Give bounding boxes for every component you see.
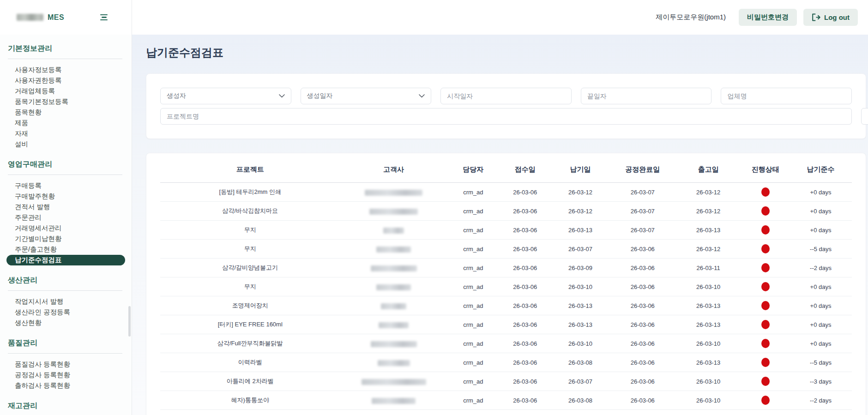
table-row[interactable]: 무지 crm_ad 26-03-06 26-03-10 26-03-06 26-… bbox=[160, 277, 852, 296]
progress-status-select[interactable]: 진행현황 선택 bbox=[861, 108, 868, 125]
cell-ship-date: 26-03-13 bbox=[675, 296, 741, 315]
app-logo[interactable]: MES bbox=[17, 13, 64, 22]
table-row[interactable]: 무지 crm_ad 26-03-06 26-03-07 26-03-06 26-… bbox=[160, 240, 852, 259]
start-date-input[interactable] bbox=[440, 88, 572, 104]
hamburger-menu-icon[interactable] bbox=[98, 12, 109, 23]
page-title: 납기준수점검표 bbox=[146, 45, 866, 60]
cell-due-date: 26-03-09 bbox=[551, 259, 609, 277]
table-row[interactable]: 조명제어장치 crm_ad 26-03-06 26-03-13 26-03-06… bbox=[160, 296, 852, 315]
sidebar-item[interactable]: 기간별미납현황 bbox=[0, 234, 132, 244]
sidebar-section-title: 생산관리 bbox=[0, 276, 132, 285]
sidebar-item[interactable]: 구매등록 bbox=[0, 180, 132, 191]
customer-redacted bbox=[379, 322, 409, 328]
sidebar-item[interactable]: 공정검사 등록현황 bbox=[0, 370, 132, 380]
section-divider bbox=[8, 290, 122, 291]
sidebar-item[interactable]: 납기준수점검표 bbox=[6, 255, 125, 265]
cell-process-complete-date: 26-03-06 bbox=[610, 372, 675, 391]
cell-process-complete-date: 26-03-06 bbox=[610, 315, 675, 334]
sidebar-item[interactable]: 설비 bbox=[0, 139, 132, 150]
sidebar-sections: 기본정보관리 사용자정보등록사용자권한등록거래업체등록품목기본정보등록품목현황제… bbox=[0, 44, 132, 415]
cell-due-date: 26-03-08 bbox=[551, 353, 609, 372]
cell-status bbox=[741, 353, 790, 372]
cell-process-complete-date: 26-03-06 bbox=[610, 334, 675, 353]
table-row[interactable]: 삼각/Full깐부직화불닭발 crm_ad 26-03-06 26-03-10 … bbox=[160, 334, 852, 353]
sidebar-item[interactable]: 거래업체등록 bbox=[0, 86, 132, 96]
cell-due-date: 26-03-07 bbox=[551, 240, 609, 259]
sidebar-section-items: 작업지시서 발행생산라인 공정등록생산현황 bbox=[0, 296, 132, 328]
project-name-input[interactable] bbox=[160, 108, 852, 125]
sidebar-item[interactable]: 제품 bbox=[0, 118, 132, 128]
sidebar-section-items: 구매등록구매발주현황견적서 발행주문관리거래명세서관리기간별미납현황주문/출고현… bbox=[0, 180, 132, 265]
cell-manager: crm_ad bbox=[447, 259, 499, 277]
cell-project: 무지 bbox=[160, 240, 340, 259]
cell-due-date: 26-03-08 bbox=[551, 391, 609, 410]
table-row[interactable]: 무지 crm_ad 26-03-06 26-03-13 26-03-07 26-… bbox=[160, 221, 852, 240]
sidebar-item[interactable]: 자재 bbox=[0, 128, 132, 139]
cell-project: 무지 bbox=[160, 221, 340, 240]
creator-select[interactable]: 생성자 bbox=[160, 88, 291, 104]
sidebar-item[interactable]: 견적서 발행 bbox=[0, 202, 132, 212]
table-row[interactable]: 혜자)통통쏘야 crm_ad 26-03-06 26-03-08 26-03-0… bbox=[160, 391, 852, 410]
created-date-select[interactable]: 생성일자 bbox=[301, 88, 432, 104]
status-dot bbox=[761, 377, 770, 386]
table-row[interactable]: 이력라벨 crm_ad 26-03-06 26-03-08 26-03-06 2… bbox=[160, 353, 852, 372]
cell-ship-date: 26-03-13 bbox=[675, 315, 741, 334]
column-header: 출고일 bbox=[675, 165, 741, 183]
table-row[interactable]: 아틀리에 2차라벨 crm_ad 26-03-06 26-03-07 26-03… bbox=[160, 372, 852, 391]
logout-label: Log out bbox=[824, 13, 850, 21]
cell-process-complete-date: 26-03-06 bbox=[610, 259, 675, 277]
cell-ship-date: 26-03-12 bbox=[675, 240, 741, 259]
sidebar-item[interactable]: 품목기본정보등록 bbox=[0, 96, 132, 107]
cell-status bbox=[741, 277, 790, 296]
company-name-input[interactable] bbox=[721, 88, 852, 104]
table-row[interactable]: [터키] EYE FREE 160ml crm_ad 26-03-06 26-0… bbox=[160, 315, 852, 334]
chevron-down-icon bbox=[279, 94, 285, 98]
cell-receipt-date: 26-03-06 bbox=[499, 334, 551, 353]
sidebar-item[interactable]: 구매발주현황 bbox=[0, 191, 132, 202]
cell-project: 아틀리에 2차라벨 bbox=[160, 372, 340, 391]
change-password-button[interactable]: 비밀번호변경 bbox=[739, 9, 797, 26]
cell-due-date: 26-03-10 bbox=[551, 334, 609, 353]
sidebar-item[interactable]: 품목현황 bbox=[0, 107, 132, 118]
sidebar-item[interactable]: 작업지시서 발행 bbox=[0, 296, 132, 307]
cell-ship-date: 26-03-10 bbox=[675, 334, 741, 353]
cell-project: 삼각/바삭김참치마요 bbox=[160, 202, 340, 221]
sidebar-item[interactable]: 생산현황 bbox=[0, 318, 132, 328]
logout-button[interactable]: Log out bbox=[803, 9, 858, 26]
table-row[interactable]: 삼각/갈비양념불고기 crm_ad 26-03-06 26-03-09 26-0… bbox=[160, 259, 852, 277]
sidebar-item[interactable]: 생산라인 공정등록 bbox=[0, 307, 132, 318]
section-divider bbox=[8, 59, 122, 59]
table-row[interactable]: [동방] 테두리2mm 인쇄 crm_ad 26-03-06 26-03-12 … bbox=[160, 183, 852, 202]
cell-status bbox=[741, 391, 790, 410]
sidebar-nav: 기본정보관리 사용자정보등록사용자권한등록거래업체등록품목기본정보등록품목현황제… bbox=[0, 35, 132, 415]
cell-customer bbox=[340, 296, 447, 315]
section-divider bbox=[8, 353, 122, 354]
cell-receipt-date: 26-03-06 bbox=[499, 240, 551, 259]
cell-compliance: --5 days bbox=[790, 240, 852, 259]
sidebar-item[interactable]: 사용자권한등록 bbox=[0, 75, 132, 86]
cell-process-complete-date: 26-03-06 bbox=[610, 277, 675, 296]
table-row[interactable]: 삼각/바삭김참치마요 crm_ad 26-03-06 26-03-12 26-0… bbox=[160, 202, 852, 221]
filter-row-1: 생성자 생성일자 bbox=[160, 88, 852, 104]
cell-manager: crm_ad bbox=[447, 334, 499, 353]
end-date-input[interactable] bbox=[581, 88, 712, 104]
sidebar-item[interactable]: 출하검사 등록현황 bbox=[0, 380, 132, 391]
sidebar-item[interactable]: 품질검사 등록현황 bbox=[0, 359, 132, 370]
cell-project: [동방] 테두리2mm 인쇄 bbox=[160, 183, 340, 202]
sidebar-scrollbar[interactable] bbox=[128, 306, 131, 337]
cell-compliance: +0 days bbox=[790, 334, 852, 353]
sidebar-item[interactable]: 거래명세서관리 bbox=[0, 223, 132, 234]
cell-process-complete-date: 26-03-06 bbox=[610, 391, 675, 410]
cell-manager: crm_ad bbox=[447, 183, 499, 202]
cell-customer bbox=[340, 240, 447, 259]
sidebar-item[interactable]: 주문/출고현황 bbox=[0, 244, 132, 255]
user-name: 제이투모로우원(jtom1) bbox=[656, 13, 726, 22]
cell-status bbox=[741, 183, 790, 202]
sidebar-section-title: 영업구매관리 bbox=[0, 160, 132, 169]
sidebar-item[interactable]: 주문관리 bbox=[0, 212, 132, 223]
customer-redacted bbox=[365, 190, 422, 196]
cell-process-complete-date: 26-03-06 bbox=[610, 240, 675, 259]
cell-ship-date: 26-03-10 bbox=[675, 372, 741, 391]
sidebar-item[interactable]: 사용자정보등록 bbox=[0, 65, 132, 75]
cell-receipt-date: 26-03-06 bbox=[499, 315, 551, 334]
